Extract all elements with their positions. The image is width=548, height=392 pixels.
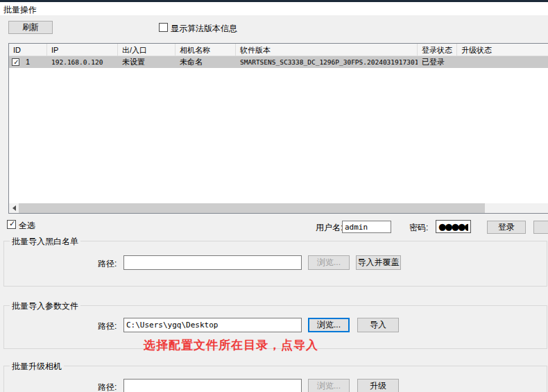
camera-table: ID IP 出/入口 相机名称 软件版本 登录状态 升级状态 ✓ 1 192.1…: [8, 43, 548, 214]
password-label: 密码:: [409, 222, 428, 234]
refresh-button-label: 刷新: [22, 22, 39, 33]
group-import-params-title: 批量导入参数文件: [10, 300, 80, 312]
logout-button-clipped[interactable]: [533, 221, 548, 234]
scroll-left-arrow-icon: [12, 205, 16, 211]
blacklist-import-overwrite-label: 导入并覆盖: [358, 257, 400, 269]
params-import-button[interactable]: 导入: [357, 318, 399, 332]
checkmark-icon: ✓: [8, 220, 17, 228]
group-import-blacklist-title: 批量导入黑白名单: [10, 236, 80, 248]
group-upgrade-cameras-title: 批量升级相机: [10, 361, 64, 373]
col-header-camera-name[interactable]: 相机名称: [175, 44, 236, 56]
params-path-input[interactable]: [123, 318, 302, 332]
params-browse-button[interactable]: 浏览...: [308, 318, 350, 332]
page-title: 批量操作: [3, 4, 37, 16]
page-header: 批量操作: [0, 2, 548, 15]
upgrade-action-button[interactable]: 升级: [357, 379, 399, 392]
blacklist-browse-label: 浏览...: [317, 257, 341, 269]
blacklist-path-input[interactable]: [123, 255, 302, 270]
show-algo-version-checkbox[interactable]: [159, 23, 168, 32]
checkmark-icon: ✓: [12, 58, 20, 66]
group-upgrade-cameras: 批量升级相机 路径: 浏览... 升级: [3, 366, 547, 392]
params-path-label: 路径:: [98, 321, 117, 332]
cell-login-status: 已登录: [418, 56, 457, 68]
params-import-label: 导入: [370, 319, 386, 331]
blacklist-browse-button[interactable]: 浏览...: [308, 255, 350, 270]
col-header-upgrade-status[interactable]: 升级状态: [457, 44, 548, 56]
col-header-ip[interactable]: IP: [47, 44, 118, 56]
password-input[interactable]: ●●●●●●: [436, 220, 471, 233]
select-all-checkbox[interactable]: ✓: [7, 220, 16, 229]
username-input[interactable]: [342, 221, 391, 233]
login-button-label: 登录: [498, 221, 515, 233]
horizontal-scrollbar[interactable]: [9, 203, 548, 213]
scroll-left-button[interactable]: [9, 203, 19, 213]
cell-camera-name: 未命名: [175, 56, 236, 68]
upgrade-action-label: 升级: [370, 380, 386, 392]
cell-software-version: SMARTSENS_SC3338_DC_1296P_30FPS.20240319…: [236, 56, 418, 68]
camera-table-header: ID IP 出/入口 相机名称 软件版本 登录状态 升级状态: [9, 44, 548, 56]
row-select-checkbox[interactable]: ✓: [12, 58, 19, 66]
table-row[interactable]: ✓ 1 192.168.0.120 未设置 未命名 SMARTSENS_SC33…: [9, 56, 548, 68]
blacklist-path-label: 路径:: [98, 258, 117, 270]
password-masked-value: ●●●●●●: [438, 221, 468, 232]
upgrade-path-input[interactable]: [123, 379, 302, 392]
col-header-gate[interactable]: 出/入口: [118, 44, 175, 56]
cell-gate: 未设置: [118, 56, 175, 68]
show-algo-version-label: 显示算法版本信息: [171, 23, 237, 35]
upgrade-browse-label: 浏览...: [317, 380, 341, 392]
cell-ip: 192.168.0.120: [47, 56, 118, 68]
col-header-login-status[interactable]: 登录状态: [418, 44, 457, 56]
params-annotation-text: 选择配置文件所在目录，点导入: [144, 337, 318, 353]
col-header-software-version[interactable]: 软件版本: [236, 44, 418, 56]
cell-id: 1: [22, 56, 47, 68]
username-label: 用户名:: [316, 222, 343, 234]
select-all-label: 全选: [19, 220, 35, 232]
login-button[interactable]: 登录: [487, 221, 526, 234]
group-import-blacklist: 批量导入黑白名单 路径: 浏览... 导入并覆盖: [3, 241, 547, 287]
refresh-button[interactable]: 刷新: [8, 21, 53, 34]
params-browse-label: 浏览...: [317, 319, 341, 331]
scrollbar-thumb[interactable]: [19, 203, 485, 213]
upgrade-browse-button[interactable]: 浏览...: [308, 379, 350, 392]
col-header-id[interactable]: ID: [9, 44, 47, 56]
upgrade-path-label: 路径:: [98, 382, 117, 392]
cell-upgrade-status: [457, 56, 548, 68]
blacklist-import-overwrite-button[interactable]: 导入并覆盖: [356, 255, 401, 270]
